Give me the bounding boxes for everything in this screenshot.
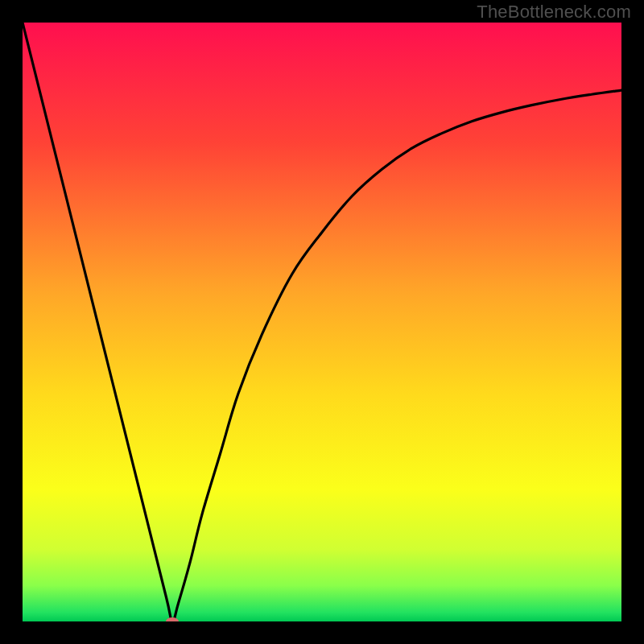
- chart-background: [23, 23, 621, 621]
- chart-svg: [23, 23, 621, 621]
- watermark-text: TheBottleneck.com: [477, 2, 631, 23]
- app-frame: TheBottleneck.com: [0, 0, 644, 644]
- bottleneck-chart: [23, 23, 621, 621]
